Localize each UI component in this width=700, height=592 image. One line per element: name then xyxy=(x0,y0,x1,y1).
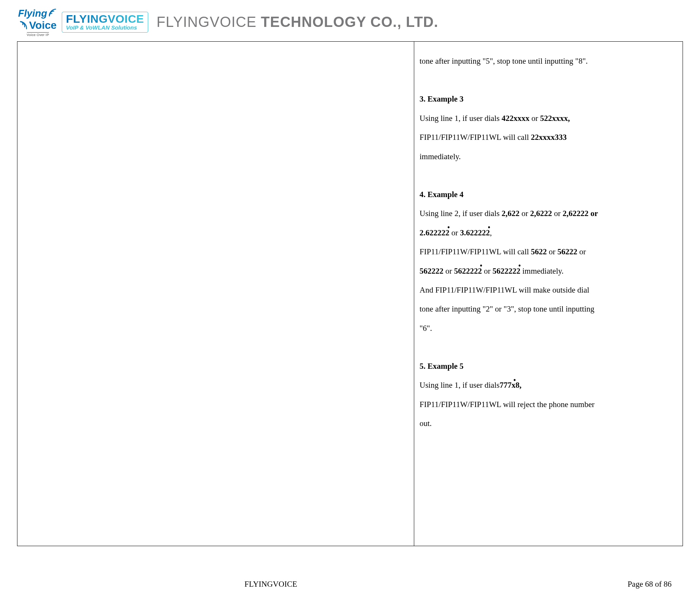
example-4-line1: Using line 2, if user dials 2,622 or 2,6… xyxy=(420,204,677,223)
page-header: Flying Voice Voice Over IP FLYINGVOICE V… xyxy=(17,8,683,37)
footer-page-number: Page 68 of 86 xyxy=(628,579,672,589)
example-5-heading: 5. Example 5 xyxy=(420,357,677,376)
body-line-tone: tone after inputting "5", stop tone unti… xyxy=(420,52,677,70)
example-4-line7: "6". xyxy=(420,319,677,338)
example-3-line2: FIP11/FIP11W/FIP11WL will call 22xxxx333 xyxy=(420,128,677,147)
table-left-cell xyxy=(17,42,414,546)
example-3-line3: immediately. xyxy=(420,147,677,166)
brand-name: FLYINGVOICE xyxy=(66,13,144,25)
example-5-line1: Using line 1, if user dials777x8, xyxy=(420,376,677,395)
example-4-line2: 2.622222 or 3.622222, xyxy=(420,223,677,242)
example-4-line5: And FIP11/FIP11W/FIP11WL will make outsi… xyxy=(420,280,677,299)
example-3-heading: 3. Example 3 xyxy=(420,89,677,108)
page-footer: FLYINGVOICE Page 68 of 86 xyxy=(17,579,683,589)
content-frame: tone after inputting "5", stop tone unti… xyxy=(17,41,683,546)
example-4-heading: 4. Example 4 xyxy=(420,185,677,204)
logo-mark: Flying Voice Voice Over IP xyxy=(17,8,59,37)
example-3-line1: Using line 1, if user dials 422xxxx or 5… xyxy=(420,109,677,128)
company-name: FLYINGVOICE TECHNOLOGY CO., LTD. xyxy=(157,14,438,30)
company-name-thin: FLYINGVOICE xyxy=(157,14,261,30)
logo-subtitle: Voice Over IP xyxy=(27,32,49,37)
logo-voice-text: Voice xyxy=(29,19,57,31)
example-4-line4: 562222 or 5622222 or 5622222 immediately… xyxy=(420,262,677,280)
brand-tagline: VoIP & VoWLAN Solutions xyxy=(66,25,144,31)
example-5-line3: out. xyxy=(420,414,677,433)
brand-block: FLYINGVOICE VoIP & VoWLAN Solutions xyxy=(62,12,148,33)
logo-flying-text: Flying xyxy=(18,8,47,19)
voice-wave-icon xyxy=(19,20,28,31)
table-right-cell: tone after inputting "5", stop tone unti… xyxy=(414,42,683,546)
company-name-bold: TECHNOLOGY CO., LTD. xyxy=(261,14,438,30)
example-4-line3: FIP11/FIP11W/FIP11WL will call 5622 or 5… xyxy=(420,242,677,261)
footer-center: FLYINGVOICE xyxy=(244,579,297,589)
example-4-line6: tone after inputting "2" or "3", stop to… xyxy=(420,299,677,318)
example-5-line2: FIP11/FIP11W/FIP11WL will reject the pho… xyxy=(420,395,677,414)
wifi-icon xyxy=(47,7,59,20)
